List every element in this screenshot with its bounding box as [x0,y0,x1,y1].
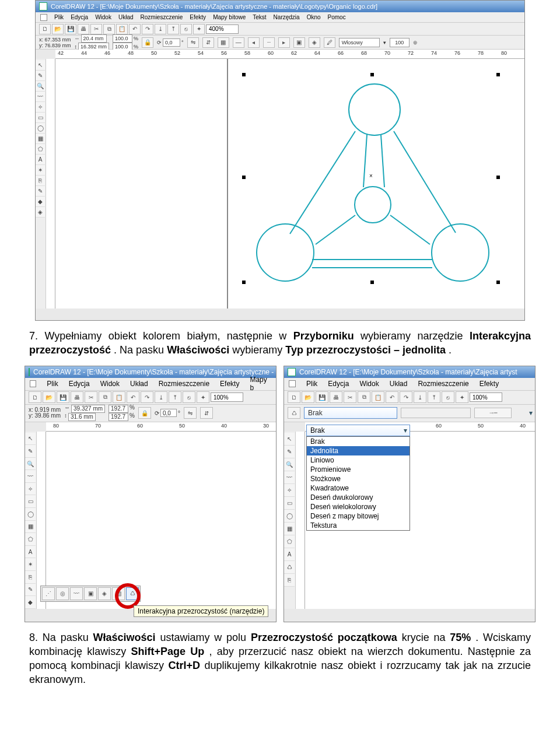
interactive-tool-icon[interactable]: ✶ [25,558,36,571]
dropdown-item-highlighted[interactable]: Jednolita [307,446,410,455]
menubar[interactable]: Plik Edycja Widok Układ Rozmieszczenie E… [284,378,535,391]
zoom-tool-icon[interactable]: 🔍 [25,458,36,471]
print-icon[interactable]: 🖶 [71,391,83,403]
edit-transparency-icon[interactable]: ♺ [288,407,300,419]
menu-widok[interactable]: Widok [100,380,120,388]
convert-icon[interactable]: ◈ [309,37,320,48]
dropdown-item[interactable]: Deseń wielokolorowy [307,502,410,511]
ellipse-tool-icon[interactable]: ◯ [25,508,36,521]
open-icon[interactable]: 📂 [302,391,314,403]
eyedropper-tool-icon[interactable]: ⎘ [25,571,36,584]
graph-tool-icon[interactable]: ▦ [36,134,45,144]
new-icon[interactable]: 🗋 [39,24,51,34]
shape-tool-icon[interactable]: ✎ [284,446,295,458]
opacity-spinner-icon[interactable]: ⊕ [413,40,418,45]
smart-tool-icon[interactable]: ✧ [284,484,295,497]
menubar[interactable]: Plik Edycja Widok Układ Rozmieszczenie E… [36,12,524,23]
text-tool-icon[interactable]: A [284,548,295,561]
menu-edycja[interactable]: Edycja [69,380,90,388]
zoom-tool-icon[interactable]: 🔍 [36,81,45,92]
menu-uklad[interactable]: Układ [390,380,408,388]
save-icon[interactable]: 💾 [316,391,328,403]
arrow-start-icon[interactable]: ◂ [248,37,260,48]
menubar[interactable]: Plik Edycja Widok Układ Rozmieszczenie E… [25,378,276,391]
paste-icon[interactable]: 📋 [372,391,384,403]
menu-edycja[interactable]: Edycja [71,14,88,20]
menu-rozmieszczenie[interactable]: Rozmieszczenie [418,380,468,388]
zoom-field[interactable]: 100% [470,392,502,402]
menu-efekty[interactable]: Efekty [220,380,239,388]
menu-mapy[interactable]: Mapy b [250,376,271,392]
opacity-field[interactable]: 100 [390,38,410,47]
mirror-h-icon[interactable]: ⇋ [184,407,197,419]
polygon-tool-icon[interactable]: ⬠ [36,144,45,155]
scale-x-field[interactable]: 100.0 [113,34,132,43]
width-field[interactable]: 39.327 mm [71,405,105,413]
line-style-icon[interactable]: — [233,37,244,48]
polygon-tool-icon[interactable]: ⬠ [284,535,295,548]
menu-rozmieszczenie[interactable]: Rozmieszczenie [141,14,183,20]
outline-picker-icon[interactable]: 🖉 [324,37,335,48]
fill-tool-icon[interactable]: ◆ [36,197,45,207]
save-icon[interactable]: 💾 [65,24,76,34]
dropdown-selected[interactable]: Brak [306,425,410,436]
menu-uklad[interactable]: Układ [130,380,148,388]
options-icon[interactable]: ✦ [193,24,205,34]
menu-efekty[interactable]: Efekty [190,14,206,20]
lock-ratio-icon[interactable]: 🔒 [138,407,151,419]
paste-icon[interactable]: 📋 [113,391,125,403]
pick-tool-icon[interactable]: ↖ [36,60,45,71]
launch-icon[interactable]: ⎋ [442,391,454,403]
export-icon[interactable]: ⤒ [428,391,440,403]
new-icon[interactable]: 🗋 [29,391,41,403]
launch-icon[interactable]: ⎋ [180,24,192,34]
launch-icon[interactable]: ⎋ [183,391,195,403]
lock-ratio-icon[interactable]: 🔒 [142,37,153,48]
transparency-tool-icon[interactable]: ♺ [284,561,295,574]
height-field[interactable]: 31.6 mm [68,413,96,421]
pick-tool-icon[interactable]: ↖ [25,433,36,446]
save-icon[interactable]: 💾 [57,391,69,403]
rectangle-tool-icon[interactable]: ▭ [284,497,295,510]
transparency-type-select[interactable]: Brak [304,407,397,419]
rotation-field[interactable]: 0,0 [160,409,177,417]
export-icon[interactable]: ⤒ [169,391,181,403]
envelope-tool-icon[interactable]: ▣ [84,587,97,600]
menu-narzedzia[interactable]: Narzędzia [274,14,300,20]
smart-tool-icon[interactable]: ✧ [36,102,45,113]
transparency-type-dropdown[interactable]: Brak Brak Jednolita Liniowo Promieniowe … [306,425,410,531]
outline-tool-icon[interactable]: ✎ [25,584,36,597]
control-box-icon[interactable] [40,14,47,21]
control-box-icon[interactable] [289,380,296,387]
dropdown-item[interactable]: Deseń z mapy bitowej [307,511,410,521]
menu-tekst[interactable]: Tekst [253,14,266,20]
menu-plik[interactable]: Plik [47,380,58,388]
open-icon[interactable]: 📂 [52,24,64,34]
text-tool-icon[interactable]: A [36,155,45,165]
menu-uklad[interactable]: Układ [118,14,134,20]
menu-efekty[interactable]: Efekty [480,380,499,388]
canvas-area[interactable] [46,432,276,609]
ellipse-tool-icon[interactable]: ◯ [36,123,45,134]
undo-icon[interactable]: ↶ [129,24,141,34]
dropdown-item[interactable]: Deseń dwukolorowy [307,493,410,502]
shape-tool-icon[interactable]: ✎ [36,71,45,81]
pick-tool-icon[interactable]: ↖ [284,433,295,446]
rectangle-tool-icon[interactable]: ▭ [25,495,36,508]
options-icon[interactable]: ✦ [456,391,468,403]
redo-icon[interactable]: ↷ [142,24,153,34]
dropdown-item[interactable]: Brak [307,437,410,446]
canvas-area[interactable]: × [55,59,524,309]
dropdown-item[interactable]: Promieniowe [307,465,410,474]
redo-icon[interactable]: ↷ [141,391,153,403]
freehand-tool-icon[interactable]: 〰 [284,471,295,484]
open-icon[interactable]: 📂 [43,391,55,403]
shape-tool-icon[interactable]: ✎ [25,445,36,458]
contour-tool-icon[interactable]: ◎ [56,587,69,600]
print-icon[interactable]: 🖶 [78,24,89,34]
import-icon[interactable]: ⤓ [155,391,167,403]
undo-icon[interactable]: ↶ [127,391,139,403]
outline-width-field[interactable]: Włosowy [339,38,380,47]
cut-icon[interactable]: ✂ [85,391,97,403]
eyedropper-tool-icon[interactable]: ⎘ [284,574,295,587]
